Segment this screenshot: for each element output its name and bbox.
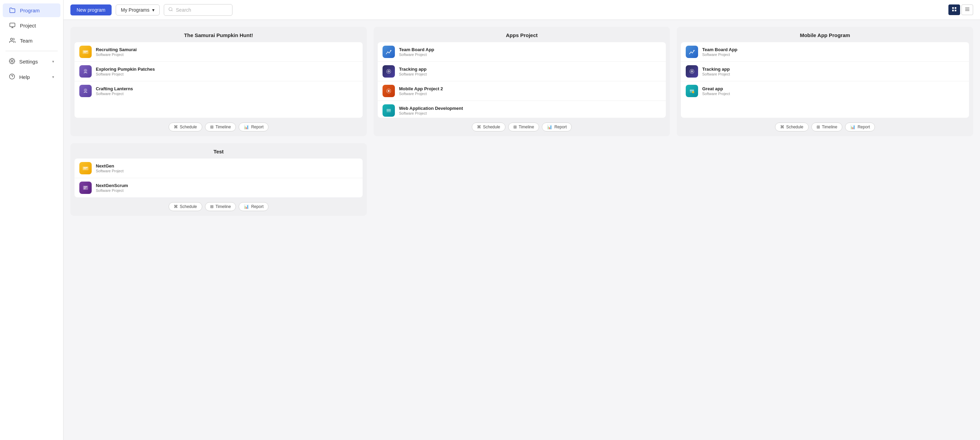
project-info: NextGenScrum Software Project [96,183,128,192]
my-programs-dropdown[interactable]: My Programs ▾ [116,5,160,16]
report-label: Report [554,125,566,129]
schedule-button[interactable]: ⌘ Schedule [775,122,809,132]
svg-rect-9 [952,7,954,9]
report-button[interactable]: 📊 Report [542,122,572,132]
sidebar-item-label: Team [20,38,33,44]
svg-rect-37 [83,167,88,168]
program-card-samurai: The Samurai Pumpkin Hunt! Recruiting Sam… [70,27,367,136]
report-icon: 📊 [244,125,249,129]
project-name: Crafting Lanterns [96,86,133,91]
sidebar-item-help[interactable]: Help ▾ [3,70,60,84]
projects-list-samurai: Recruiting Samurai Software Project Expl… [75,42,363,118]
schedule-label: Schedule [180,204,197,209]
sidebar-item-team[interactable]: Team [3,33,60,48]
report-button[interactable]: 📊 Report [239,122,269,132]
projects-list-test: NextGen Software Project NextGenScrum So… [75,159,363,197]
sidebar-item-label: Program [20,8,40,13]
project-name: Team Board App [702,47,738,52]
projects-list-apps: Team Board App Software Project Tracking… [378,42,666,118]
sidebar: Program Project Team Settings ▾ [0,0,64,440]
report-button[interactable]: 📊 Report [845,122,875,132]
svg-point-28 [693,50,695,51]
project-name: Tracking app [399,67,427,72]
svg-rect-10 [955,7,956,9]
program-title-apps: Apps Project [374,27,670,42]
project-name: Team Board App [399,47,434,52]
project-icon-exploring [79,65,92,78]
svg-rect-41 [84,187,86,188]
report-icon: 📊 [850,125,855,129]
project-type: Software Project [96,92,133,96]
list-view-button[interactable] [961,5,973,15]
view-toggle [948,5,973,15]
list-item[interactable]: Crafting Lanterns Software Project [75,81,363,100]
list-item[interactable]: Mobile App Project 2 Software Project [378,81,666,101]
new-program-button[interactable]: New program [70,5,111,16]
timeline-button[interactable]: ⊞ Timeline [811,122,843,132]
list-item[interactable]: NextGen Software Project [75,159,363,178]
sidebar-item-settings[interactable]: Settings ▾ [3,54,60,68]
list-item[interactable]: Exploring Pumpkin Patches Software Proje… [75,62,363,81]
schedule-icon: ⌘ [174,125,178,129]
report-label: Report [251,125,263,129]
topbar: New program My Programs ▾ [64,0,980,20]
list-item[interactable]: NextGenScrum Software Project [75,178,363,197]
list-item[interactable]: Recruiting Samurai Software Project [75,42,363,62]
svg-point-24 [388,71,389,72]
programs-grid: The Samurai Pumpkin Hunt! Recruiting Sam… [70,27,973,136]
bottom-row: Test NextGen Software Project [70,143,973,216]
timeline-icon: ⊞ [210,125,213,129]
help-label: Help [19,74,48,80]
schedule-label: Schedule [786,125,803,129]
svg-rect-38 [83,168,86,169]
team-icon [9,37,16,44]
timeline-button[interactable]: ⊞ Timeline [205,122,236,132]
schedule-button[interactable]: ⌘ Schedule [472,122,506,132]
sidebar-item-program[interactable]: Program [3,3,60,17]
project-icon [9,22,16,29]
project-icon-tracking [382,65,395,78]
list-item[interactable]: Team Board App Software Project [681,42,969,62]
list-item[interactable]: Tracking app Software Project [378,62,666,81]
project-name: Web Application Development [399,106,463,111]
timeline-icon: ⊞ [816,125,820,129]
list-item[interactable]: Tracking app Software Project [681,62,969,81]
project-name: Tracking app [702,67,730,72]
timeline-button[interactable]: ⊞ Timeline [508,122,539,132]
card-actions-mobile: ⌘ Schedule ⊞ Timeline 📊 Report [677,118,973,136]
timeline-label: Timeline [822,125,837,129]
list-item[interactable]: + Great app Software Project [681,81,969,100]
svg-point-7 [169,7,172,10]
report-label: Report [858,125,870,129]
svg-rect-36 [83,167,88,170]
schedule-icon: ⌘ [477,125,481,129]
project-info: Web Application Development Software Pro… [399,106,463,115]
schedule-button[interactable]: ⌘ Schedule [169,202,202,211]
project-icon-mobileapp2 [382,85,395,97]
help-icon [9,73,15,81]
project-icon-nextgenscrum [79,181,92,194]
project-type: Software Project [702,72,730,76]
search-input[interactable] [176,7,217,13]
project-name: Recruiting Samurai [96,47,137,52]
svg-rect-0 [10,23,15,27]
sidebar-item-project[interactable]: Project [3,19,60,32]
project-icon-nextgen [79,162,92,174]
project-type: Software Project [399,111,463,115]
timeline-button[interactable]: ⊞ Timeline [205,202,236,211]
project-info: Recruiting Samurai Software Project [96,47,137,57]
svg-line-8 [172,10,173,11]
timeline-icon: ⊞ [210,204,213,209]
report-button[interactable]: 📊 Report [239,202,269,211]
project-type: Software Project [399,92,443,96]
schedule-button[interactable]: ⌘ Schedule [169,122,202,132]
projects-list-mobile: Team Board App Software Project Tracking… [681,42,969,118]
project-type: Software Project [702,92,730,96]
settings-label: Settings [19,59,48,65]
list-item[interactable]: Web Application Development Software Pro… [378,101,666,118]
project-info: Mobile App Project 2 Software Project [399,86,443,96]
program-card-test: Test NextGen Software Project [70,143,367,216]
grid-view-button[interactable] [948,5,960,15]
list-item[interactable]: Team Board App Software Project [378,42,666,62]
card-actions-test: ⌘ Schedule ⊞ Timeline 📊 Report [70,197,367,216]
